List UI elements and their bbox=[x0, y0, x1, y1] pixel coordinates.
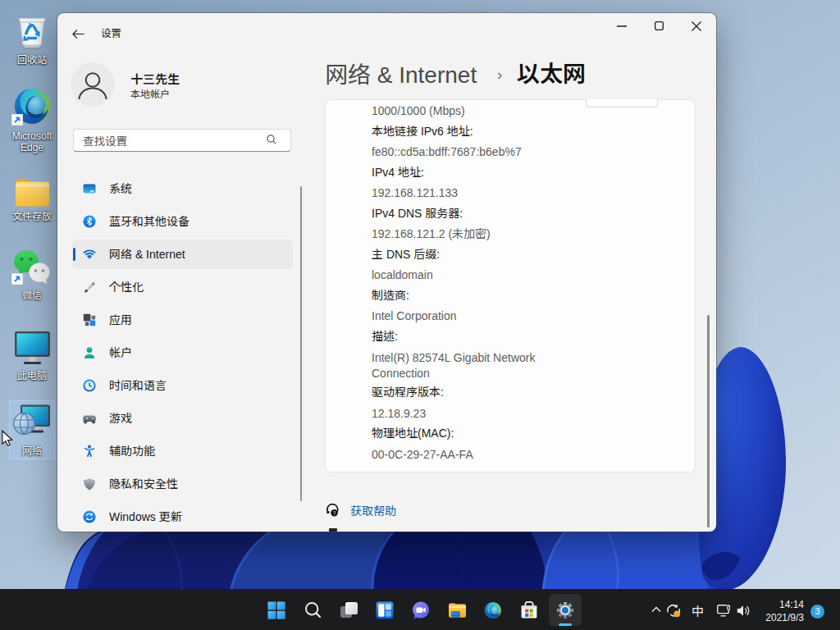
svg-text:?: ? bbox=[333, 510, 336, 516]
